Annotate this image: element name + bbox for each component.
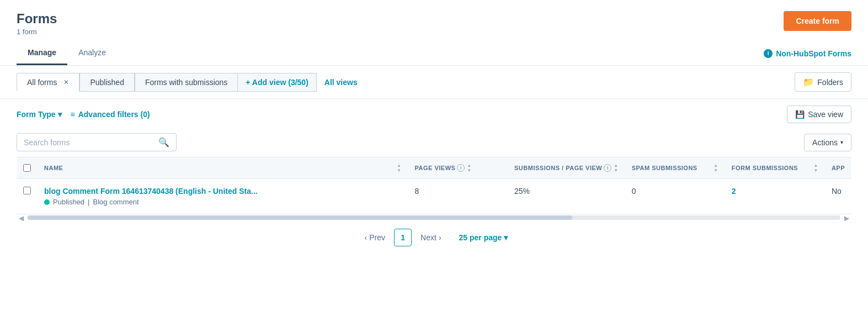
sort-submissions-icon[interactable]: ▲▼ xyxy=(614,163,618,173)
page-views-info-icon[interactable]: i xyxy=(457,164,465,172)
advanced-filters-label: Advanced filters (0) xyxy=(78,110,150,119)
create-form-button[interactable]: Create form xyxy=(784,11,851,31)
th-spam-submissions: Spam Submissions ▲▼ xyxy=(625,157,725,179)
pagination: ‹ Prev 1 Next › 25 per page ▾ xyxy=(0,220,868,255)
form-type: Blog comment xyxy=(93,198,139,206)
sort-pageviews-icon[interactable]: ▲▼ xyxy=(467,163,471,173)
folders-label: Folders xyxy=(817,78,843,87)
published-label: Published xyxy=(90,78,124,87)
view-tab-published[interactable]: Published xyxy=(79,73,135,92)
status-dot-icon xyxy=(44,199,50,205)
th-page-views: Page Views i ▲▼ xyxy=(408,157,508,179)
scrollbar-thumb[interactable] xyxy=(28,215,572,220)
actions-button[interactable]: Actions ▾ xyxy=(804,134,851,151)
next-label: Next xyxy=(420,233,436,242)
th-app: App xyxy=(825,157,851,179)
th-spam-label: Spam Submissions xyxy=(632,165,697,171)
prev-button[interactable]: ‹ Prev xyxy=(360,230,390,245)
scroll-right-icon[interactable]: ▶ xyxy=(844,214,849,222)
tab-analyze[interactable]: Analyze xyxy=(67,41,117,65)
row-name-cell: blog Comment Form 164613740438 (English … xyxy=(38,179,408,214)
row-app-cell: No xyxy=(825,179,851,214)
next-arrow-icon: › xyxy=(439,233,441,242)
advanced-filters-button[interactable]: ≡ Advanced filters (0) xyxy=(71,110,150,119)
per-page-button[interactable]: 25 per page ▾ xyxy=(459,233,508,242)
next-button[interactable]: Next › xyxy=(416,230,445,245)
tabs-row: Manage Analyze i Non-HubSpot Forms xyxy=(0,41,868,66)
all-views-button[interactable]: All views xyxy=(317,73,365,91)
form-status: Published xyxy=(53,198,84,206)
page-title-section: Forms 1 form xyxy=(17,11,57,36)
th-submissions-per-page-view: Submissions / Page View i ▲▼ xyxy=(508,157,625,179)
search-box[interactable]: 🔍 xyxy=(17,133,177,151)
all-forms-label: All forms xyxy=(27,78,57,87)
scrollbar-track[interactable] xyxy=(28,215,840,220)
forms-table: Name ▲▼ Page Views i ▲▼ Submission xyxy=(17,157,851,214)
page-header: Forms 1 form Create form xyxy=(0,0,868,41)
page-wrapper: Forms 1 form Create form Manage Analyze … xyxy=(0,0,868,311)
table-header-row: Name ▲▼ Page Views i ▲▼ Submission xyxy=(17,157,851,179)
caret-down-icon: ▾ xyxy=(840,139,843,145)
info-icon: i xyxy=(764,49,773,58)
sort-formsubmissions-icon[interactable]: ▲▼ xyxy=(813,163,818,173)
filter-left: Form Type ▾ ≡ Advanced filters (0) xyxy=(17,110,150,119)
current-page: 1 xyxy=(394,229,412,246)
chevron-down-icon: ▾ xyxy=(58,110,62,119)
form-name-link[interactable]: blog Comment Form 164613740438 (English … xyxy=(44,187,258,196)
table-row: blog Comment Form 164613740438 (English … xyxy=(17,179,851,214)
view-tab-all-forms[interactable]: All forms ✕ xyxy=(17,73,79,92)
prev-label: Prev xyxy=(369,233,385,242)
row-page-views-cell: 8 xyxy=(408,179,508,214)
view-bar: All forms ✕ Published Forms with submiss… xyxy=(0,66,868,99)
th-page-views-label: Page Views xyxy=(414,165,455,171)
view-tab-forms-with-submissions[interactable]: Forms with submissions xyxy=(135,73,238,92)
scrollbar-row: ◀ ▶ xyxy=(0,215,868,220)
scrollbar-wrapper: ◀ ▶ xyxy=(28,215,840,220)
filter-bar: Form Type ▾ ≡ Advanced filters (0) 💾 Sav… xyxy=(0,99,868,130)
page-title: Forms xyxy=(17,11,57,27)
form-type-button[interactable]: Form Type ▾ xyxy=(17,110,62,119)
tab-manage[interactable]: Manage xyxy=(17,41,67,65)
row-submissions-cell: 25% xyxy=(508,179,625,214)
select-all-checkbox[interactable] xyxy=(23,164,31,172)
row-submissions-per-page-view: 25% xyxy=(514,187,530,196)
sort-spam-icon[interactable]: ▲▼ xyxy=(713,163,718,173)
save-view-label: Save view xyxy=(808,110,843,119)
scroll-left-icon[interactable]: ◀ xyxy=(19,214,24,222)
row-form-submissions-cell: 2 xyxy=(725,179,825,214)
sort-name-icon[interactable]: ▲▼ xyxy=(397,163,401,173)
page-subtitle: 1 form xyxy=(17,28,57,36)
search-input[interactable] xyxy=(24,138,156,147)
row-page-views: 8 xyxy=(414,187,419,196)
submissions-info-icon[interactable]: i xyxy=(604,164,611,172)
row-spam-submissions: 0 xyxy=(632,187,636,196)
folder-icon: 📁 xyxy=(803,77,814,87)
th-checkbox xyxy=(17,157,38,179)
actions-label: Actions xyxy=(812,138,838,147)
form-type-label: Form Type xyxy=(17,110,56,119)
form-meta: Published | Blog comment xyxy=(44,198,401,206)
th-form-submissions: Form Submissions ▲▼ xyxy=(725,157,825,179)
th-name-label: Name xyxy=(44,165,63,171)
non-hubspot-forms-link[interactable]: i Non-HubSpot Forms xyxy=(764,49,851,58)
save-view-button[interactable]: 💾 Save view xyxy=(787,106,851,123)
non-hubspot-label: Non-HubSpot Forms xyxy=(776,49,851,58)
per-page-label: 25 per page xyxy=(459,233,502,242)
tabs-left: Manage Analyze xyxy=(17,41,117,65)
prev-arrow-icon: ‹ xyxy=(365,233,368,242)
close-all-forms-icon[interactable]: ✕ xyxy=(63,78,69,86)
per-page-caret-icon: ▾ xyxy=(504,233,508,242)
add-view-button[interactable]: + Add view (3/50) xyxy=(238,73,316,92)
row-spam-cell: 0 xyxy=(625,179,725,214)
form-submissions-link[interactable]: 2 xyxy=(732,187,736,196)
row-checkbox-cell xyxy=(17,179,38,214)
row-checkbox[interactable] xyxy=(23,187,31,194)
th-submissions-label: Submissions / Page View xyxy=(514,165,602,171)
table-container: Name ▲▼ Page Views i ▲▼ Submission xyxy=(0,157,868,214)
search-actions-bar: 🔍 Actions ▾ xyxy=(0,130,868,157)
folders-button[interactable]: 📁 Folders xyxy=(795,72,851,92)
th-app-label: App xyxy=(832,165,845,171)
th-form-submissions-label: Form Submissions xyxy=(732,165,798,171)
separator: | xyxy=(88,198,89,206)
search-icon: 🔍 xyxy=(158,137,169,147)
